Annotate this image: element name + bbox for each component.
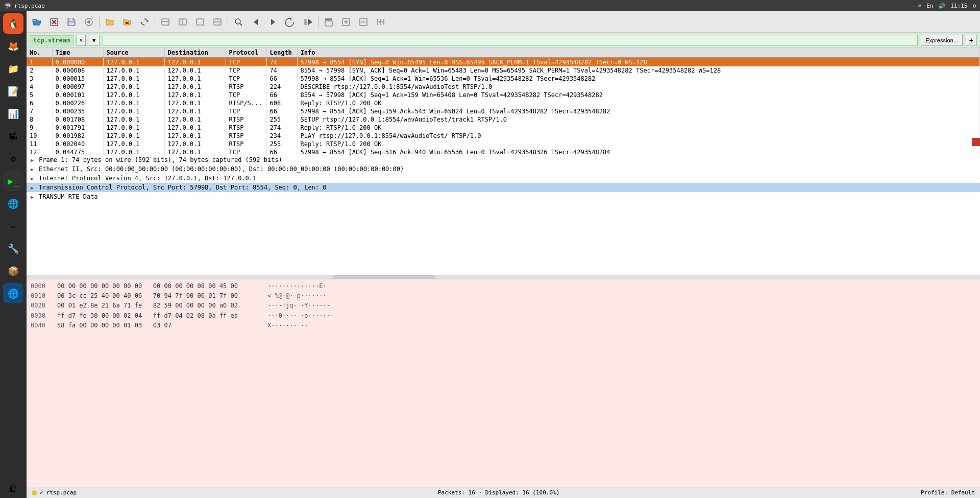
save-btn[interactable] — [63, 14, 80, 30]
svg-point-7 — [87, 20, 90, 23]
table-row[interactable]: 70.000235127.0.0.1127.0.0.1TCP6657998 → … — [27, 107, 980, 115]
table-row[interactable]: 30.000015127.0.0.1127.0.0.1TCP6657998 → … — [27, 75, 980, 83]
statusbar-left: ✓ rtsp.pcap — [32, 489, 77, 496]
find-packet-btn[interactable] — [230, 14, 247, 30]
sidebar-item-settings[interactable]: 🔧 — [3, 238, 23, 258]
detail-tcp-text: Transmission Control Protocol, Src Port:… — [39, 184, 327, 191]
hex-line-0010: 0010 00 3c cc 25 40 00 40 06 70 94 7f 00… — [31, 291, 976, 301]
expression-button[interactable]: Expression... — [921, 35, 963, 46]
next-packet-btn[interactable] — [265, 14, 281, 30]
separator-2 — [155, 16, 155, 28]
cell-6: 57998 → 8554 [ACK] Seq=516 Ack=940 Win=6… — [297, 148, 980, 155]
firefox-icon: 🦊 — [8, 41, 19, 52]
packet-list[interactable]: No. Time Source Destination Protocol Len… — [27, 48, 980, 155]
close-file-btn[interactable] — [46, 14, 62, 30]
cell-1: 0.002040 — [52, 140, 103, 148]
hex-line-0020: 0020 00 01 e2 8e 21 6a 71 fe 82 59 00 00… — [31, 301, 976, 311]
expand-frame-icon: ▶ — [31, 157, 37, 163]
sidebar-item-ubuntu[interactable]: 🐧 — [3, 13, 23, 34]
filter-dropdown-button[interactable]: ▼ — [89, 35, 100, 46]
cell-4: TCP — [226, 58, 266, 66]
table-row[interactable]: 60.000226127.0.0.1127.0.0.1RTSP/S...608R… — [27, 99, 980, 107]
sidebar-item-network[interactable]: 🌐 — [3, 283, 23, 303]
table-row[interactable]: 110.002040127.0.0.1127.0.0.1RTSP255Reply… — [27, 140, 980, 148]
options-btn[interactable] — [81, 14, 97, 30]
reload-btn[interactable] — [136, 14, 153, 30]
sidebar-item-terminal[interactable]: ▶_ — [3, 171, 23, 191]
sidebar-item-texteditor[interactable]: ✏ — [3, 216, 23, 236]
prev-packet-btn[interactable] — [248, 14, 264, 30]
sidebar-item-trash[interactable]: 🗑 — [3, 478, 23, 498]
table-row[interactable]: 50.000101127.0.0.1127.0.0.1TCP668554 → 5… — [27, 91, 980, 99]
cell-5: 66 — [266, 148, 297, 155]
cell-5: 66 — [266, 91, 297, 99]
cell-4: RTSP — [226, 124, 266, 132]
sidebar-item-files[interactable]: 📁 — [3, 58, 23, 79]
svg-rect-4 — [69, 18, 72, 21]
resize-columns-btn[interactable] — [373, 14, 389, 30]
sidebar-item-firefox[interactable]: 🦊 — [3, 36, 23, 56]
detail-ethernet[interactable]: ▶ Ethernet II, Src: 00:00:00_00:00:00 (0… — [27, 164, 980, 174]
sidebar-item-calc[interactable]: 📊 — [3, 103, 23, 124]
sidebar-item-impress[interactable]: 📽 — [3, 126, 23, 146]
close-capture-btn[interactable] — [119, 14, 135, 30]
sidebar-item-software[interactable]: 📦 — [3, 260, 23, 281]
cell-1: 0.000000 — [52, 58, 103, 66]
cell-0: 12 — [27, 148, 52, 155]
go-back-btn[interactable] — [282, 14, 299, 30]
cell-6: Reply: RTSP/1.0 200 OK — [297, 140, 980, 148]
go-forward-btn[interactable] — [300, 14, 316, 30]
cell-1: 0.000235 — [52, 107, 103, 115]
capture-start-btn[interactable] — [157, 14, 174, 30]
hex-ascii-0010: < %@·@· p······· — [267, 291, 327, 301]
zoom-out-btn[interactable] — [355, 14, 372, 30]
scrollbar-thumb[interactable] — [333, 275, 435, 279]
hex-bytes-0000: 00 00 00 00 00 00 00 00 00 00 00 00 08 0… — [57, 281, 261, 291]
detail-tcp[interactable]: ▶ Transmission Control Protocol, Src Por… — [27, 183, 980, 192]
table-row[interactable]: 120.044775127.0.0.1127.0.0.1TCP6657998 →… — [27, 148, 980, 155]
table-row[interactable]: 40.000097127.0.0.1127.0.0.1RTSP224DESCRI… — [27, 83, 980, 91]
sidebar-item-system[interactable]: ⚙ — [3, 148, 23, 169]
hex-bytes-0020: 00 01 e2 8e 21 6a 71 fe 82 59 00 00 00 0… — [57, 301, 261, 311]
table-row[interactable]: 10.000000127.0.0.1127.0.0.1TCP7457998 → … — [27, 58, 980, 66]
zoom-in-btn[interactable] — [338, 14, 354, 30]
cell-4: RTSP — [226, 132, 266, 140]
sidebar-item-writer[interactable]: 📝 — [3, 81, 23, 101]
table-row[interactable]: 100.001982127.0.0.1127.0.0.1RTSP234PLAY … — [27, 132, 980, 140]
cell-2: 127.0.0.1 — [103, 132, 164, 140]
sidebar-item-chrome[interactable]: 🌐 — [3, 193, 23, 214]
table-row[interactable]: 20.000008127.0.0.1127.0.0.1TCP748554 → 5… — [27, 66, 980, 75]
open-capture-btn[interactable] — [102, 14, 118, 30]
cell-4: TCP — [226, 91, 266, 99]
colorize-btn[interactable] — [321, 14, 337, 30]
detail-frame[interactable]: ▶ Frame 1: 74 bytes on wire (592 bits), … — [27, 155, 980, 164]
capture-stop-btn[interactable] — [175, 14, 191, 30]
cell-0: 2 — [27, 66, 52, 75]
packet-tbody: 10.000000127.0.0.1127.0.0.1TCP7457998 → … — [27, 58, 980, 155]
separator-3 — [228, 16, 228, 28]
capture-options2-btn[interactable] — [209, 14, 226, 30]
cell-6: 57998 → 8554 [ACK] Seq=1 Ack=1 Win=65536… — [297, 75, 980, 83]
filter-x-button[interactable]: × — [77, 35, 86, 46]
open-file-btn[interactable] — [29, 14, 45, 30]
horizontal-scrollbar[interactable] — [27, 275, 980, 279]
cell-2: 127.0.0.1 — [103, 83, 164, 91]
svg-rect-16 — [197, 19, 204, 25]
add-filter-button[interactable]: + — [966, 35, 977, 46]
cell-4: RTSP — [226, 140, 266, 148]
detail-transum[interactable]: ▶ TRANSUM RTE Data — [27, 192, 980, 201]
cell-2: 127.0.0.1 — [103, 99, 164, 107]
table-row[interactable]: 90.001791127.0.0.1127.0.0.1RTSP274Reply:… — [27, 124, 980, 132]
cell-2: 127.0.0.1 — [103, 124, 164, 132]
detail-ip[interactable]: ▶ Internet Protocol Version 4, Src: 127.… — [27, 174, 980, 183]
cell-5: 255 — [266, 140, 297, 148]
table-row[interactable]: 80.001708127.0.0.1127.0.0.1RTSP255SETUP … — [27, 115, 980, 124]
capture-restart-btn[interactable] — [192, 14, 208, 30]
hex-offset-0000: 0000 — [31, 281, 51, 291]
cell-1: 0.001708 — [52, 115, 103, 124]
svg-rect-27 — [325, 21, 332, 26]
filter-input[interactable] — [103, 35, 918, 46]
cell-3: 127.0.0.1 — [164, 124, 226, 132]
cell-4: TCP — [226, 66, 266, 75]
statusbar-filename: rtsp.pcap — [46, 489, 77, 496]
